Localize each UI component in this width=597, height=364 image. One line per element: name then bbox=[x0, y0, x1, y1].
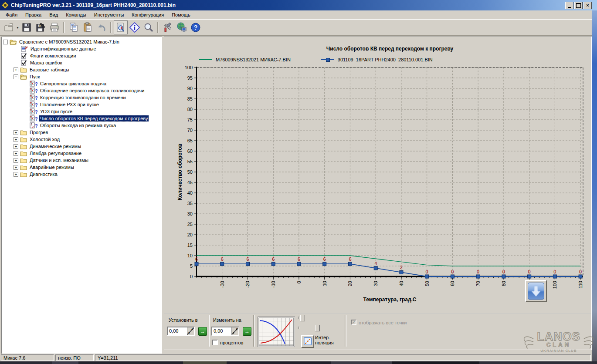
tree-item[interactable]: +Лямбда-регулирование bbox=[2, 150, 162, 157]
interpolation-label: Интер- поляция bbox=[315, 335, 334, 345]
tree-item-label[interactable]: Положение РХХ при пуске bbox=[39, 101, 100, 108]
toolbar-save-button[interactable] bbox=[20, 20, 34, 34]
menu-item[interactable]: Конфигурация bbox=[128, 11, 168, 19]
tree-item[interactable]: +Холостой ход bbox=[2, 136, 162, 143]
tree-item-label[interactable]: Пуск bbox=[29, 74, 41, 80]
close-button[interactable]: × bbox=[583, 2, 592, 9]
tree-item-label[interactable]: Обороты выхода из режима пуска bbox=[39, 122, 117, 128]
toolbar-info-button[interactable] bbox=[128, 20, 142, 34]
svg-text:?: ? bbox=[35, 123, 37, 128]
tree-expand-plus[interactable]: + bbox=[14, 144, 18, 149]
tree-item[interactable]: −Сравнение с М76009NSS132021 Микас-7.bin bbox=[2, 38, 162, 45]
tree-expand-plus[interactable]: + bbox=[14, 172, 18, 177]
tree-item-label[interactable]: Базовые таблицы bbox=[29, 67, 70, 73]
tree-item-label[interactable]: Аварийные режимы bbox=[29, 164, 75, 170]
tree-item-label[interactable]: Прогрев bbox=[29, 129, 49, 135]
menu-item[interactable]: Инструменты bbox=[90, 11, 128, 19]
tree-item[interactable]: +Датчики и исп. механизмы bbox=[2, 157, 162, 164]
change-by-value[interactable]: 0,00 bbox=[212, 327, 231, 335]
menu-item[interactable]: Файл bbox=[2, 11, 21, 19]
menu-item[interactable]: Правка bbox=[21, 11, 45, 19]
tree-item-label[interactable]: Датчики и исп. механизмы bbox=[29, 157, 89, 163]
menu-item[interactable]: Команды bbox=[62, 11, 90, 19]
interpolation-icon bbox=[304, 337, 312, 345]
tree-expand-plus[interactable]: + bbox=[14, 158, 18, 163]
set-to-input[interactable]: 0,00 ▲▼ bbox=[167, 327, 195, 336]
toolbar-tools-button[interactable] bbox=[161, 20, 175, 34]
toolbar-undo-button[interactable] bbox=[95, 20, 109, 34]
tree-item-label[interactable]: УОЗ при пуске bbox=[39, 108, 73, 115]
minimize-button[interactable] bbox=[565, 2, 573, 9]
map-icon: ? bbox=[30, 101, 37, 108]
tree-item-label[interactable]: Динамические режимы bbox=[29, 143, 82, 149]
slider-thumb[interactable] bbox=[300, 315, 305, 321]
tree-item-label[interactable]: Флаги комплектации bbox=[29, 53, 77, 59]
tree-item[interactable]: ?Коррекция топливоподачи по времени bbox=[2, 94, 162, 101]
tree-item-label[interactable]: Лямбда-регулирование bbox=[29, 150, 82, 156]
toolbar-help-button[interactable]: ? bbox=[189, 20, 203, 34]
toolbar-save-as-button[interactable] bbox=[34, 20, 47, 34]
tree-item[interactable]: −Пуск bbox=[2, 73, 162, 80]
tree-item-label[interactable]: Диагностика bbox=[29, 171, 58, 177]
change-by-input[interactable]: 0,00 ▲▼ bbox=[211, 327, 239, 336]
svg-text:-20: -20 bbox=[245, 281, 250, 288]
tree-item[interactable]: ?Обогащение первого импульса топливопода… bbox=[2, 87, 162, 94]
scroll-down-button[interactable] bbox=[525, 280, 547, 302]
toolbar-preview-button[interactable] bbox=[114, 20, 128, 34]
tree-expand-plus[interactable]: + bbox=[14, 67, 18, 72]
tree-item-label[interactable]: Маска ошибок bbox=[29, 60, 63, 66]
tree-item[interactable]: ?УОЗ при пуске bbox=[2, 108, 162, 115]
tree-item-label[interactable]: Число оборотов КВ перед переходом к прог… bbox=[39, 115, 149, 121]
toolbar-network-button[interactable] bbox=[175, 20, 189, 34]
toolbar-paste-button[interactable] bbox=[81, 20, 95, 34]
percent-checkbox[interactable] bbox=[212, 340, 218, 345]
spinner-updown-icon[interactable]: ▲▼ bbox=[231, 327, 238, 335]
apply-set-button[interactable]: → bbox=[198, 327, 207, 336]
set-to-value[interactable]: 0,00 bbox=[168, 327, 187, 335]
percent-label: процентов bbox=[220, 340, 243, 345]
toolbar-zoom-button[interactable] bbox=[142, 20, 156, 34]
tree-expand-plus[interactable]: + bbox=[14, 165, 18, 170]
tree-item[interactable]: Идентификационные данные bbox=[2, 45, 162, 52]
toolbar-open-button[interactable] bbox=[2, 20, 16, 34]
tree-expand-plus[interactable]: + bbox=[14, 151, 18, 156]
open-dropdown-caret[interactable]: ▼ bbox=[16, 21, 20, 34]
slider-track[interactable] bbox=[298, 317, 299, 319]
tree-expand-minus[interactable]: − bbox=[14, 74, 18, 79]
legend-item: 301109_16PART РНН2400_280110.001.BIN bbox=[321, 57, 433, 62]
chart-title: Число оборотов КВ перед переходом к прог… bbox=[197, 46, 583, 52]
tree-item[interactable]: +Аварийные режимы bbox=[2, 164, 162, 171]
interpolation-button[interactable] bbox=[301, 335, 314, 348]
svg-text:6: 6 bbox=[323, 256, 326, 262]
tree-item[interactable]: +Базовые таблицы bbox=[2, 66, 162, 73]
tree-item[interactable]: Маска ошибок bbox=[2, 59, 162, 66]
tree-item[interactable]: ?Синхронная цикловая подача bbox=[2, 80, 162, 87]
tree-item-label[interactable]: Обогащение первого импульса топливоподач… bbox=[39, 88, 145, 94]
tree-item[interactable]: ?Положение РХХ при пуске bbox=[2, 101, 162, 108]
menu-item[interactable]: Вид bbox=[45, 11, 62, 19]
spinner-updown-icon[interactable]: ▲▼ bbox=[187, 327, 194, 335]
arrow-down-icon bbox=[528, 283, 544, 300]
tree-item[interactable]: ?Число оборотов КВ перед переходом к про… bbox=[2, 115, 162, 122]
tree-item[interactable]: Флаги комплектации bbox=[2, 52, 162, 59]
tree-item-label[interactable]: Идентификационные данные bbox=[30, 46, 97, 52]
slider-track[interactable] bbox=[298, 327, 299, 329]
toolbar-print-button[interactable] bbox=[47, 20, 61, 34]
slider-thumb[interactable] bbox=[315, 325, 320, 331]
tree-item-label[interactable]: Холостой ход bbox=[29, 136, 61, 142]
tree-expand-plus[interactable]: + bbox=[14, 130, 18, 135]
tree-item-label[interactable]: Коррекция топливоподачи по времени bbox=[39, 94, 127, 101]
maximize-button[interactable] bbox=[574, 2, 583, 9]
tree-item-label[interactable]: Сравнение с М76009NSS132021 Микас-7.bin bbox=[18, 39, 120, 45]
tree-item[interactable]: +Динамические режимы bbox=[2, 143, 162, 150]
tree-item[interactable]: 12?Обороты выхода из режима пуска bbox=[2, 122, 162, 129]
toolbar-copy-button[interactable] bbox=[67, 20, 81, 34]
tree-expand-plus[interactable]: + bbox=[14, 137, 18, 142]
tree-item-label[interactable]: Синхронная цикловая подача bbox=[39, 81, 107, 87]
menu-item[interactable]: Помощь bbox=[168, 11, 194, 19]
tree-item[interactable]: +Прогрев bbox=[2, 129, 162, 136]
tree-expand-minus[interactable]: − bbox=[3, 40, 8, 44]
tree-item[interactable]: +Диагностика bbox=[2, 171, 162, 178]
chart-plot[interactable]: 0510152025303540455055606570758085909510… bbox=[164, 37, 592, 312]
apply-change-button[interactable]: → bbox=[243, 327, 251, 336]
